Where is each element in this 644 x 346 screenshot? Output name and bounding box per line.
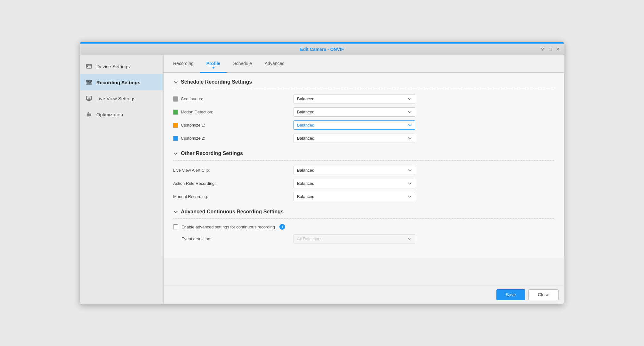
form-row-manual-recording: Manual Recording: Balanced High Quality … [173, 192, 554, 201]
chevron-collapse-schedule[interactable] [173, 79, 178, 85]
manual-recording-label: Manual Recording: [173, 194, 288, 199]
other-section-divider [173, 160, 554, 161]
form-row-continuous: Continuous: Balanced High Quality Standa… [173, 94, 554, 103]
motion-dropdown[interactable]: Balanced High Quality Standard Low Bandw… [294, 107, 415, 117]
main-window: Edit Camera - ONVIF ? □ ✕ Device Setting… [80, 42, 564, 304]
customize2-label: Customize 2: [181, 136, 205, 141]
liveview-icon [85, 95, 93, 102]
sidebar-item-recording-settings[interactable]: Recording Settings [80, 74, 163, 90]
sidebar: Device Settings Recording Settings [80, 55, 164, 304]
other-recording-section: Other Recording Settings Live View Alert… [173, 151, 554, 201]
tab-schedule[interactable]: Schedule [227, 58, 258, 73]
sidebar-item-live-view[interactable]: Live View Settings [80, 90, 163, 106]
tab-advanced[interactable]: Advanced [258, 58, 291, 73]
svg-point-10 [89, 98, 89, 98]
chevron-collapse-advanced[interactable] [173, 209, 178, 214]
schedule-recording-section: Schedule Recording Settings Continuous: [173, 79, 554, 143]
sidebar-label-liveview: Live View Settings [96, 96, 135, 101]
schedule-section-header: Schedule Recording Settings [173, 79, 554, 85]
continuous-control: Balanced High Quality Standard Low Bandw… [294, 94, 554, 103]
action-rule-dropdown[interactable]: Balanced High Quality Standard Low Bandw… [294, 179, 415, 188]
content-area: Schedule Recording Settings Continuous: [164, 73, 564, 258]
sidebar-item-device-settings[interactable]: Device Settings [80, 58, 163, 74]
customize1-color-swatch [173, 123, 178, 128]
sidebar-label-optimization: Optimization [96, 112, 123, 117]
continuous-label: Continuous: [181, 96, 203, 101]
event-detection-control: All Detections [294, 234, 554, 243]
motion-color-swatch [173, 110, 178, 115]
live-view-alert-control: Balanced High Quality Standard Low Bandw… [294, 166, 554, 175]
advanced-section-header: Advanced Continuous Recording Settings [173, 209, 554, 215]
info-icon[interactable]: i [279, 224, 285, 230]
maximize-button[interactable]: □ [548, 47, 553, 52]
customize1-control: Balanced High Quality Standard Low Bandw… [294, 120, 554, 130]
schedule-section-title: Schedule Recording Settings [181, 79, 252, 85]
advanced-section-title: Advanced Continuous Recording Settings [181, 209, 284, 215]
close-button[interactable]: ✕ [555, 47, 560, 52]
customize1-label: Customize 1: [181, 123, 205, 128]
action-rule-control: Balanced High Quality Standard Low Bandw… [294, 179, 554, 188]
title-bar: Edit Camera - ONVIF ? □ ✕ [80, 44, 564, 55]
form-row-motion-detection: Motion Detection: Balanced High Quality … [173, 107, 554, 117]
advanced-continuous-section: Advanced Continuous Recording Settings E… [173, 209, 554, 243]
enable-advanced-row: Enable advanced settings for continuous … [173, 224, 554, 230]
other-section-title: Other Recording Settings [181, 151, 243, 156]
svg-point-16 [87, 115, 89, 116]
tab-profile[interactable]: Profile [200, 58, 227, 73]
save-button[interactable]: Save [496, 289, 525, 300]
window-footer: Save Close [164, 285, 564, 304]
schedule-section-divider [173, 89, 554, 89]
tab-recording[interactable]: Recording [167, 58, 200, 73]
sidebar-item-optimization[interactable]: Optimization [80, 106, 163, 122]
sidebar-label-recording: Recording Settings [96, 80, 141, 85]
main-content: Recording Profile Schedule Advanced [164, 55, 564, 304]
customize1-dropdown[interactable]: Balanced High Quality Standard Low Bandw… [294, 120, 415, 130]
continuous-dropdown[interactable]: Balanced High Quality Standard Low Bandw… [294, 94, 415, 103]
event-detection-label: Event detection: [173, 236, 288, 241]
tab-bar: Recording Profile Schedule Advanced [164, 55, 564, 73]
content-scroll[interactable]: Schedule Recording Settings Continuous: [164, 73, 564, 285]
form-row-customize2: Customize 2: Balanced High Quality Stand… [173, 134, 554, 143]
manual-recording-dropdown[interactable]: Balanced High Quality Standard Low Bandw… [294, 192, 415, 201]
help-button[interactable]: ? [540, 47, 545, 52]
form-row-event-detection: Event detection: All Detections [173, 234, 554, 243]
customize2-label-wrapper: Customize 2: [173, 136, 288, 141]
svg-rect-2 [87, 66, 88, 67]
chevron-collapse-other[interactable] [173, 151, 178, 156]
close-button-footer[interactable]: Close [528, 289, 559, 300]
event-detection-dropdown[interactable]: All Detections [294, 234, 415, 243]
manual-recording-control: Balanced High Quality Standard Low Bandw… [294, 192, 554, 201]
title-bar-controls: ? □ ✕ [540, 47, 560, 52]
motion-control: Balanced High Quality Standard Low Bandw… [294, 107, 554, 117]
form-row-action-rule: Action Rule Recording: Balanced High Qua… [173, 179, 554, 188]
other-section-header: Other Recording Settings [173, 151, 554, 156]
live-view-alert-label: Live View Alert Clip: [173, 168, 288, 173]
customize1-label-wrapper: Customize 1: [173, 123, 288, 128]
continuous-color-swatch [173, 96, 178, 102]
window-title: Edit Camera - ONVIF [300, 47, 344, 52]
customize2-color-swatch [173, 136, 178, 141]
device-icon [85, 63, 93, 70]
window-body: Device Settings Recording Settings [80, 55, 564, 304]
continuous-label-wrapper: Continuous: [173, 96, 288, 102]
sidebar-label-device: Device Settings [96, 64, 130, 69]
form-row-live-view-alert: Live View Alert Clip: Balanced High Qual… [173, 166, 554, 175]
svg-rect-3 [86, 80, 92, 84]
svg-point-15 [89, 114, 91, 115]
action-rule-label: Action Rule Recording: [173, 181, 288, 186]
enable-advanced-checkbox[interactable] [173, 224, 178, 229]
motion-label: Motion Detection: [181, 110, 213, 114]
svg-point-14 [88, 112, 89, 114]
enable-advanced-label: Enable advanced settings for continuous … [181, 225, 275, 229]
form-row-customize1: Customize 1: Balanced High Quality Stand… [173, 120, 554, 130]
motion-label-wrapper: Motion Detection: [173, 110, 288, 115]
customize2-dropdown[interactable]: Balanced High Quality Standard Low Bandw… [294, 134, 415, 143]
customize2-control: Balanced High Quality Standard Low Bandw… [294, 134, 554, 143]
advanced-section-divider [173, 218, 554, 219]
optimization-icon [85, 111, 93, 118]
recording-icon [85, 79, 93, 86]
live-view-alert-dropdown[interactable]: Balanced High Quality Standard Low Bandw… [294, 166, 415, 175]
tab-active-indicator [213, 67, 214, 69]
